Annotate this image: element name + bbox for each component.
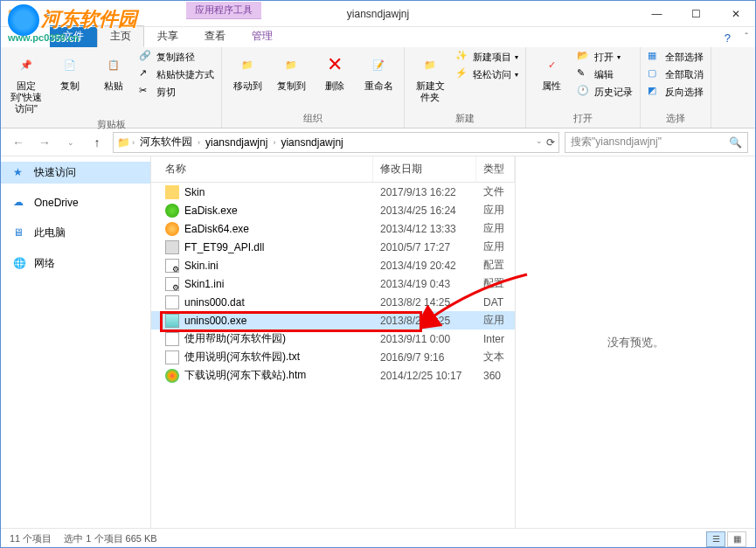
new-folder-button[interactable]: 📁新建文件夹 — [410, 49, 450, 105]
open-icon: 📂 — [577, 50, 591, 64]
file-row[interactable]: EaDisk64.exe2013/4/12 13:33应用 — [151, 219, 515, 238]
breadcrumb-segment[interactable]: 河东软件园 — [136, 135, 196, 149]
tab-view[interactable]: 查看 — [191, 25, 239, 47]
qat-dropdown-icon[interactable]: ▾ — [59, 7, 73, 21]
file-row[interactable]: 下载说明(河东下载站).htm2014/12/25 10:17360 — [151, 366, 515, 385]
qat-btn[interactable]: ▫ — [24, 7, 38, 21]
file-date: 2013/4/12 13:33 — [373, 223, 476, 235]
properties-icon: ✓ — [538, 51, 565, 79]
sidebar-item-star[interactable]: ★快速访问 — [1, 162, 150, 184]
file-type: 应用 — [476, 313, 515, 328]
file-icon — [165, 222, 179, 236]
view-details-button[interactable]: ☰ — [706, 531, 725, 547]
file-list: 名称 修改日期 类型 Skin2017/9/13 16:22文件EaDisk.e… — [151, 156, 515, 528]
address-bar[interactable]: 📁 › 河东软件园 › yiansndjawjnj › yiansndjawjn… — [113, 132, 559, 153]
new-folder-icon: 📁 — [416, 51, 444, 79]
paste-button[interactable]: 📋 粘贴 — [94, 49, 134, 94]
history-button[interactable]: 🕐历史记录 — [575, 84, 635, 100]
chevron-right-icon[interactable]: › — [198, 138, 200, 147]
select-all-button[interactable]: ▦全部选择 — [646, 49, 705, 65]
file-row[interactable]: EaDisk.exe2013/4/25 16:24应用 — [151, 201, 515, 219]
file-name: EaDisk.exe — [184, 205, 238, 217]
qat-btn[interactable]: ▫ — [41, 7, 55, 21]
edit-icon: ✎ — [577, 67, 591, 81]
group-organize-label: 组织 — [227, 111, 399, 126]
breadcrumb-segment[interactable]: yiansndjawjnj — [202, 136, 271, 149]
col-type[interactable]: 类型 — [476, 156, 515, 182]
easy-access-button[interactable]: ⚡轻松访问▾ — [454, 66, 520, 82]
edit-button[interactable]: ✎编辑 — [575, 66, 635, 82]
properties-button[interactable]: ✓属性 — [531, 49, 572, 94]
file-row[interactable]: Skin1.ini2013/4/19 0:43配置 — [151, 274, 515, 293]
file-row[interactable]: unins000.exe2013/8/2 14:25应用 — [151, 311, 515, 329]
invert-icon: ◩ — [648, 85, 662, 99]
file-date: 2013/4/25 16:24 — [373, 205, 476, 217]
delete-button[interactable]: ✕删除 — [315, 49, 355, 94]
file-name: FT_ET99_API.dll — [184, 241, 264, 253]
paste-shortcut-button[interactable]: ↗粘贴快捷方式 — [137, 66, 216, 82]
file-type: 配置 — [476, 258, 515, 273]
file-type: 文本 — [476, 350, 515, 364]
file-date: 2013/8/2 14:25 — [373, 315, 476, 327]
rename-button[interactable]: 📝重命名 — [358, 49, 399, 94]
col-date[interactable]: 修改日期 — [373, 156, 476, 182]
back-button[interactable]: ← — [8, 132, 29, 153]
search-icon[interactable]: 🔍 — [729, 136, 742, 149]
file-name: 使用帮助(河东软件园) — [184, 331, 286, 346]
cut-button[interactable]: ✂剪切 — [137, 84, 216, 100]
view-icons-button[interactable]: ▦ — [727, 531, 746, 547]
tab-manage[interactable]: 管理 — [239, 25, 286, 47]
easy-access-icon: ⚡ — [455, 67, 469, 81]
recent-dropdown[interactable]: ⌄ — [60, 132, 81, 153]
help-icon[interactable]: ? — [725, 31, 731, 45]
tab-home[interactable]: 主页 — [97, 25, 144, 47]
copy-path-button[interactable]: 🔗复制路径 — [137, 49, 216, 65]
sidebar-item-cloud[interactable]: ☁OneDrive — [1, 192, 150, 213]
ribbon: 📌 固定到"快速访问" 📄 复制 📋 粘贴 🔗复制路径 ↗粘贴快捷方式 ✂剪切 … — [1, 47, 755, 128]
context-tab-header: 应用程序工具 — [186, 2, 261, 19]
maximize-button[interactable]: ☐ — [676, 1, 716, 27]
tab-share[interactable]: 共享 — [144, 25, 191, 47]
file-date: 2017/9/13 16:22 — [373, 186, 476, 198]
collapse-ribbon-icon[interactable]: ˆ — [745, 31, 748, 42]
chevron-right-icon[interactable]: › — [132, 138, 135, 147]
file-name: unins000.exe — [184, 315, 246, 327]
file-row[interactable]: unins000.dat2013/8/2 14:25DAT — [151, 293, 515, 311]
sidebar-item-label: 快速访问 — [34, 165, 76, 180]
file-row[interactable]: Skin.ini2013/4/19 20:42配置 — [151, 256, 515, 274]
address-dropdown-icon[interactable]: ⌄ — [536, 136, 543, 149]
new-item-button[interactable]: ✨新建项目▾ — [454, 49, 520, 65]
invert-button[interactable]: ◩反向选择 — [646, 84, 705, 100]
cut-icon: ✂ — [139, 85, 153, 99]
search-input[interactable]: 搜索"yiansndjawjnj" 🔍 — [565, 132, 748, 153]
file-date: 2016/9/7 9:16 — [373, 351, 476, 364]
minimize-button[interactable]: — — [637, 1, 676, 27]
file-row[interactable]: 使用帮助(河东软件园)2013/9/11 0:00Inter — [151, 329, 515, 348]
copy-button[interactable]: 📄 复制 — [50, 49, 90, 94]
sidebar-item-pc[interactable]: 🖥此电脑 — [1, 222, 150, 244]
file-date: 2010/5/7 17:27 — [373, 241, 476, 253]
sidebar: ★快速访问☁OneDrive🖥此电脑🌐网络 — [1, 156, 151, 528]
new-item-icon: ✨ — [455, 50, 469, 64]
nav-row: ← → ⌄ ↑ 📁 › 河东软件园 › yiansndjawjnj › yian… — [1, 128, 755, 156]
select-none-button[interactable]: ▢全部取消 — [646, 66, 705, 82]
forward-button[interactable]: → — [34, 132, 55, 153]
breadcrumb-segment[interactable]: yiansndjawjnj — [277, 136, 346, 149]
open-button[interactable]: 📂打开▾ — [575, 49, 635, 65]
file-row[interactable]: 使用说明(河东软件园).txt2016/9/7 9:16文本 — [151, 348, 515, 366]
chevron-right-icon[interactable]: › — [273, 138, 275, 147]
sidebar-item-network[interactable]: 🌐网络 — [1, 253, 150, 274]
copy-to-button[interactable]: 📁复制到 — [271, 49, 311, 94]
col-name[interactable]: 名称 — [151, 156, 373, 182]
refresh-button[interactable]: ⟳ — [546, 136, 555, 149]
tab-file[interactable]: 文件 — [50, 25, 97, 47]
file-name: 使用说明(河东软件园).txt — [184, 350, 300, 364]
up-button[interactable]: ↑ — [87, 132, 108, 153]
close-button[interactable]: ✕ — [716, 1, 755, 27]
file-type: 应用 — [476, 203, 515, 218]
pin-button[interactable]: 📌 固定到"快速访问" — [6, 49, 46, 117]
file-row[interactable]: FT_ET99_API.dll2010/5/7 17:27应用 — [151, 238, 515, 256]
move-to-button[interactable]: 📁移动到 — [227, 49, 267, 94]
path-icon: 🔗 — [139, 50, 153, 64]
file-row[interactable]: Skin2017/9/13 16:22文件 — [151, 183, 515, 201]
